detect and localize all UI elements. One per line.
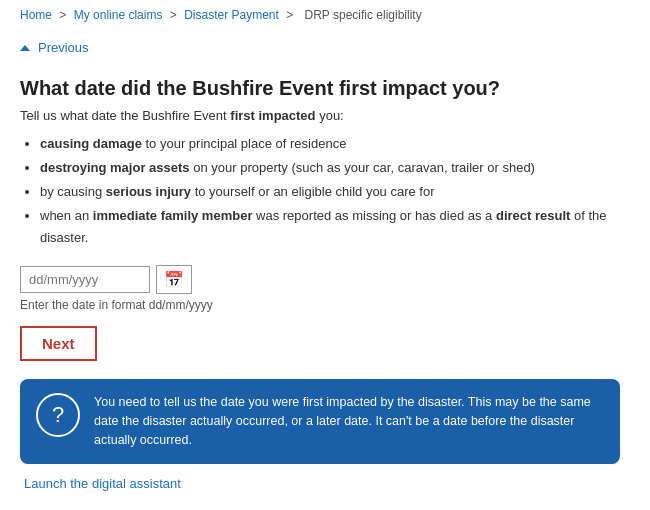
page-title: What date did the Bushfire Event first i… bbox=[20, 77, 630, 100]
date-input[interactable] bbox=[20, 266, 150, 293]
breadcrumb-home[interactable]: Home bbox=[20, 8, 52, 22]
assistant-icon: ? bbox=[36, 393, 80, 437]
next-button[interactable]: Next bbox=[20, 326, 97, 361]
breadcrumb-current: DRP specific eligibility bbox=[305, 8, 422, 22]
assistant-text: You need to tell us the date you were fi… bbox=[94, 393, 604, 449]
list-item: by causing serious injury to yourself or… bbox=[40, 181, 630, 203]
list-item: when an immediate family member was repo… bbox=[40, 205, 630, 249]
calendar-icon: 📅 bbox=[164, 270, 184, 289]
breadcrumb: Home > My online claims > Disaster Payme… bbox=[0, 0, 650, 30]
previous-label: Previous bbox=[38, 40, 89, 55]
assistant-box: ? You need to tell us the date you were … bbox=[20, 379, 620, 463]
list-item: causing damage to your principal place o… bbox=[40, 133, 630, 155]
main-content: What date did the Bushfire Event first i… bbox=[0, 61, 650, 510]
date-input-row: 📅 bbox=[20, 265, 630, 294]
impact-list: causing damage to your principal place o… bbox=[40, 133, 630, 249]
subtitle: Tell us what date the Bushfire Event fir… bbox=[20, 108, 630, 123]
calendar-icon-button[interactable]: 📅 bbox=[156, 265, 192, 294]
list-item: destroying major assets on your property… bbox=[40, 157, 630, 179]
breadcrumb-disaster-payment[interactable]: Disaster Payment bbox=[184, 8, 279, 22]
date-hint: Enter the date in format dd/mm/yyyy bbox=[20, 298, 630, 312]
launch-digital-assistant-link[interactable]: Launch the digital assistant bbox=[20, 476, 630, 491]
breadcrumb-my-claims[interactable]: My online claims bbox=[74, 8, 163, 22]
previous-link[interactable]: Previous bbox=[0, 30, 650, 61]
question-mark-icon: ? bbox=[52, 402, 64, 428]
chevron-up-icon bbox=[20, 45, 30, 51]
